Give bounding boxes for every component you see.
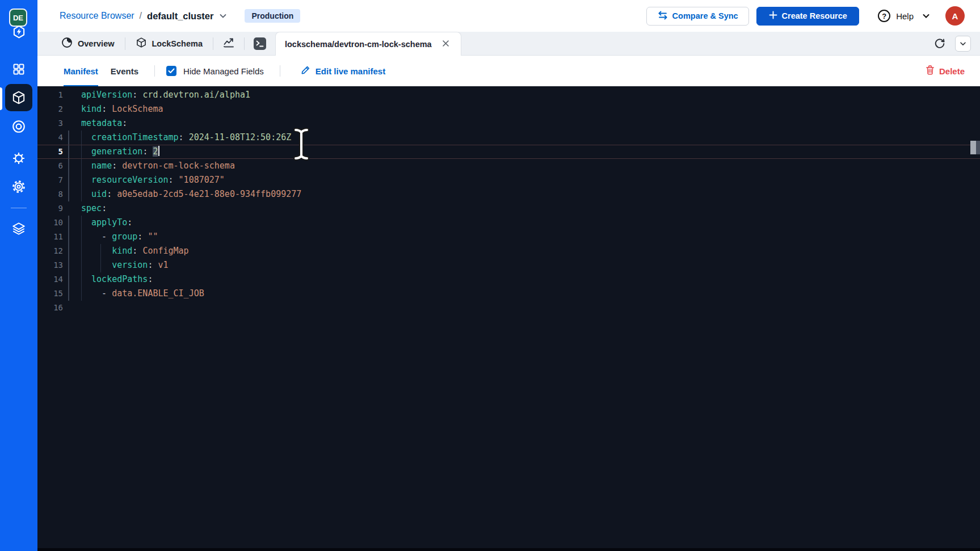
layers-icon bbox=[11, 221, 26, 236]
chevron-down-icon bbox=[922, 11, 931, 20]
chevron-down-icon[interactable] bbox=[218, 11, 228, 20]
env-logo-badge: DE bbox=[9, 9, 27, 27]
code-line[interactable]: 1apiVersion: crd.devtron.ai/alpha1 bbox=[37, 88, 980, 102]
line-content: applyTo: bbox=[81, 216, 132, 230]
code-line[interactable]: 14 lockedPaths: bbox=[37, 272, 980, 287]
pencil-icon bbox=[301, 65, 310, 77]
gear-icon bbox=[11, 179, 26, 194]
user-avatar[interactable]: A bbox=[945, 6, 965, 26]
code-line[interactable]: 5 generation: 2 bbox=[37, 145, 980, 159]
tab-lockschema[interactable]: LockSchema bbox=[125, 32, 213, 55]
scrollbar-track-marker bbox=[976, 141, 980, 154]
breadcrumb-separator: / bbox=[140, 11, 142, 21]
line-number: 9 bbox=[37, 201, 63, 216]
tab-terminal[interactable] bbox=[245, 32, 275, 55]
edit-live-manifest-button[interactable]: Edit live manifest bbox=[286, 65, 385, 77]
code-line[interactable]: 13 version: v1 bbox=[37, 258, 980, 272]
line-number: 4 bbox=[37, 131, 63, 145]
sidebar: DE bbox=[0, 0, 37, 551]
line-number: 15 bbox=[37, 287, 63, 301]
page-header: Resource Browser / default_cluster Produ… bbox=[37, 0, 980, 32]
help-label: Help bbox=[896, 11, 914, 21]
code-line[interactable]: 6 name: devtron-cm-lock-schema bbox=[37, 159, 980, 173]
refresh-icon[interactable] bbox=[934, 38, 945, 49]
open-resource-tab[interactable]: lockschema/devtron-cm-lock-schema bbox=[275, 32, 461, 56]
line-content: generation: 2 bbox=[81, 145, 159, 159]
tab-monitoring[interactable] bbox=[213, 32, 244, 55]
code-line[interactable]: 7 resourceVersion: "1087027" bbox=[37, 173, 980, 187]
breadcrumb-root-link[interactable]: Resource Browser bbox=[60, 11, 134, 21]
create-resource-button[interactable]: Create Resource bbox=[756, 7, 859, 26]
code-lines: 1apiVersion: crd.devtron.ai/alpha12kind:… bbox=[37, 88, 980, 315]
active-nav-indicator bbox=[0, 87, 2, 110]
code-line[interactable]: 2kind: LockSchema bbox=[37, 102, 980, 116]
help-icon: ? bbox=[878, 10, 890, 22]
delete-button[interactable]: Delete bbox=[926, 65, 965, 77]
tab-events[interactable]: Events bbox=[111, 56, 138, 86]
line-number: 3 bbox=[37, 116, 63, 131]
line-number: 2 bbox=[37, 102, 63, 116]
sidebar-divider bbox=[11, 208, 27, 208]
sidebar-item-applications[interactable] bbox=[5, 56, 32, 83]
cube-icon bbox=[136, 37, 147, 50]
breadcrumb-cluster-selector[interactable]: default_cluster bbox=[147, 11, 213, 22]
hide-managed-fields-label: Hide Managed Fields bbox=[183, 66, 264, 76]
line-content: apiVersion: crd.devtron.ai/alpha1 bbox=[81, 88, 250, 102]
window-bottom-edge bbox=[37, 548, 980, 551]
header-actions: Compare & Sync Create Resource ? Help A bbox=[646, 6, 965, 26]
line-content: - group: "" bbox=[81, 230, 158, 244]
line-number: 1 bbox=[37, 88, 63, 102]
main-area: Resource Browser / default_cluster Produ… bbox=[37, 0, 980, 551]
sidebar-item-stack-manager[interactable] bbox=[5, 215, 32, 242]
helm-wheel-icon bbox=[11, 151, 26, 166]
code-line[interactable]: 8 uid: a0e5edab-2cd5-4e21-88e0-934ffb099… bbox=[37, 187, 980, 201]
code-line[interactable]: 12 kind: ConfigMap bbox=[37, 244, 980, 258]
close-tab-icon[interactable] bbox=[441, 39, 451, 49]
line-number: 10 bbox=[37, 216, 63, 230]
scrollbar-thumb[interactable] bbox=[970, 141, 976, 154]
line-content: - data.ENABLE_CI_JOB bbox=[81, 287, 204, 301]
tab-list-dropdown-button[interactable] bbox=[955, 36, 971, 52]
manifest-toolbar: Manifest Events Hide Managed Fields Edit… bbox=[37, 56, 980, 86]
line-number: 16 bbox=[37, 301, 63, 315]
line-content: version: v1 bbox=[81, 258, 169, 272]
toolbar-divider bbox=[154, 65, 155, 77]
line-number: 7 bbox=[37, 173, 63, 187]
manifest-editor[interactable]: 1apiVersion: crd.devtron.ai/alpha12kind:… bbox=[37, 86, 980, 551]
target-icon bbox=[11, 119, 26, 134]
trash-icon bbox=[926, 65, 935, 77]
code-line[interactable]: 4 creationTimestamp: 2024-11-08T12:50:26… bbox=[37, 131, 980, 145]
line-number: 13 bbox=[37, 258, 63, 272]
code-line[interactable]: 16 bbox=[37, 301, 980, 315]
environment-badge: Production bbox=[245, 9, 300, 23]
sidebar-item-jobs[interactable] bbox=[5, 113, 32, 140]
hide-managed-fields-checkbox[interactable] bbox=[166, 66, 176, 76]
cube-icon bbox=[11, 90, 26, 105]
line-number: 6 bbox=[37, 159, 63, 173]
sidebar-item-global-config[interactable] bbox=[5, 173, 32, 200]
line-content: resourceVersion: "1087027" bbox=[81, 173, 225, 187]
code-line[interactable]: 15 - data.ENABLE_CI_JOB bbox=[37, 287, 980, 301]
code-line[interactable]: 11 - group: "" bbox=[37, 230, 980, 244]
code-line[interactable]: 9spec: bbox=[37, 201, 980, 216]
sidebar-nav bbox=[0, 48, 37, 242]
code-line[interactable]: 10 applyTo: bbox=[37, 216, 980, 230]
line-content: name: devtron-cm-lock-schema bbox=[81, 159, 235, 173]
tab-overview[interactable]: Overview bbox=[51, 32, 125, 55]
terminal-icon bbox=[254, 37, 266, 50]
line-content: creationTimestamp: 2024-11-08T12:50:26Z bbox=[81, 131, 291, 145]
sidebar-item-chart-store[interactable] bbox=[5, 145, 32, 172]
sidebar-item-resource-browser[interactable] bbox=[5, 84, 32, 111]
app-window: DE bbox=[0, 0, 980, 551]
compare-sync-icon bbox=[658, 11, 668, 22]
tab-manifest[interactable]: Manifest bbox=[64, 56, 98, 86]
app-logo[interactable]: DE bbox=[0, 0, 37, 48]
grid-icon bbox=[12, 62, 26, 76]
compare-sync-button[interactable]: Compare & Sync bbox=[646, 7, 749, 26]
help-menu[interactable]: ? Help bbox=[878, 10, 931, 22]
code-line[interactable]: 3metadata: bbox=[37, 116, 980, 131]
line-content: spec: bbox=[81, 201, 107, 216]
line-content: uid: a0e5edab-2cd5-4e21-88e0-934ffb09927… bbox=[81, 187, 301, 201]
line-content: lockedPaths: bbox=[81, 272, 153, 287]
chart-icon bbox=[222, 36, 235, 51]
